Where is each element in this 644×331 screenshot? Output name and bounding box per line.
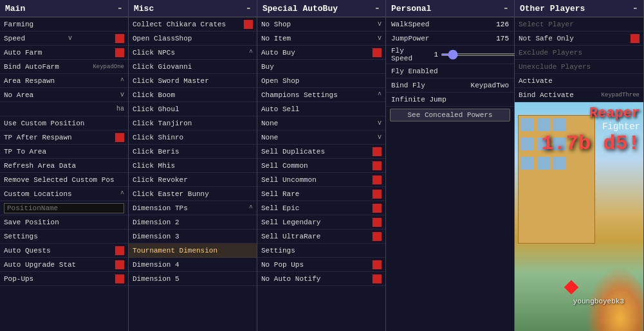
- custom-locations-btn[interactable]: Custom Locations^: [0, 187, 128, 201]
- sell-option2-btn[interactable]: Nonev: [257, 130, 385, 145]
- bind-activate-btn[interactable]: Bind ActivateKeypadThree: [515, 88, 643, 102]
- no-area-btn[interactable]: No Areav: [0, 88, 128, 102]
- flyspeed-slider-container: 1: [412, 51, 524, 58]
- click-tanjiron-btn[interactable]: Click Tanjiron: [129, 116, 257, 130]
- activate-btn[interactable]: Activate: [515, 74, 643, 88]
- flyspeed-slider[interactable]: [441, 53, 524, 56]
- sell-common-toggle[interactable]: [373, 161, 382, 170]
- fighter-label: Fighter: [541, 121, 640, 132]
- farming-btn[interactable]: Farming: [0, 17, 128, 31]
- speed-toggle[interactable]: [115, 34, 124, 43]
- tp-to-area-btn[interactable]: TP To Area: [0, 145, 128, 159]
- click-ghoul-btn[interactable]: Click Ghoul: [129, 102, 257, 116]
- remove-custom-pos-btn[interactable]: Remove Selected Custom Pos: [0, 173, 128, 187]
- sell-dup-toggle[interactable]: [373, 147, 382, 156]
- infinite-jump-row: Infinite Jump: [386, 93, 514, 107]
- open-classshop-btn[interactable]: Open ClassShop: [129, 31, 257, 46]
- popups-btn[interactable]: Pop-Ups: [0, 272, 128, 286]
- sell-uncommon-btn[interactable]: Sell Uncommon: [257, 173, 385, 187]
- auto-farm-btn[interactable]: Auto Farm: [0, 46, 128, 60]
- tournament-dimension-btn[interactable]: Tournament Dimension: [129, 244, 257, 258]
- click-revoker-btn[interactable]: Click Revoker: [129, 173, 257, 187]
- sell-ultrarare-btn[interactable]: Sell UltraRare: [257, 229, 385, 244]
- buy-btn[interactable]: Buy: [257, 60, 385, 74]
- special-panel-header: Special AutoBuy -: [257, 0, 385, 17]
- click-boom-btn[interactable]: Click Boom: [129, 88, 257, 102]
- diamond-icon: [564, 280, 579, 295]
- no-popups-toggle[interactable]: [373, 260, 382, 269]
- see-concealed-btn[interactable]: See Concealed Powers: [390, 109, 510, 121]
- misc-minimize[interactable]: -: [245, 3, 252, 14]
- flyspeed-label: Fly Speed: [391, 47, 412, 62]
- sell-epic-toggle[interactable]: [373, 204, 382, 213]
- reaper-label: Reaper: [541, 105, 640, 121]
- speed-btn[interactable]: Speedv: [0, 31, 128, 46]
- select-player-btn[interactable]: Select Player: [515, 17, 643, 31]
- tp-after-respawn-btn[interactable]: TP After Respawn: [0, 130, 128, 145]
- popups-toggle[interactable]: [115, 274, 124, 283]
- no-shop-btn[interactable]: No Shopv: [257, 17, 385, 31]
- settings-btn-special[interactable]: Settings: [257, 244, 385, 258]
- area-extra-btn[interactable]: ha: [0, 102, 128, 116]
- flyspeed-value: 1: [412, 51, 438, 58]
- dimension-5-btn[interactable]: Dimension 5: [129, 272, 257, 286]
- misc-title: Misc: [134, 4, 154, 13]
- special-minimize[interactable]: -: [374, 3, 380, 14]
- settings-btn-main[interactable]: Settings: [0, 229, 128, 244]
- position-name-input[interactable]: [4, 203, 124, 213]
- no-item-btn[interactable]: No Itemv: [257, 31, 385, 46]
- auto-buy-btn[interactable]: Auto Buy: [257, 46, 385, 60]
- personal-minimize[interactable]: -: [502, 3, 509, 14]
- unexclude-players-btn[interactable]: Unexclude Players: [515, 60, 643, 74]
- click-shinro-btn[interactable]: Click Shinro: [129, 130, 257, 145]
- collect-chikara-btn[interactable]: Collect Chikara Crates: [129, 17, 257, 31]
- click-mhis-btn[interactable]: Click Mhis: [129, 159, 257, 173]
- click-giovanni-btn[interactable]: Click Giovanni: [129, 60, 257, 74]
- not-safe-only-btn[interactable]: Not Safe Only: [515, 31, 643, 46]
- other-title: Other Players: [520, 4, 585, 13]
- click-beris-btn[interactable]: Click Beris: [129, 145, 257, 159]
- auto-quests-btn[interactable]: Auto Quests: [0, 244, 128, 258]
- sell-legendary-toggle[interactable]: [373, 218, 382, 227]
- save-position-btn[interactable]: Save Position: [0, 215, 128, 229]
- chikara-toggle[interactable]: [244, 20, 253, 29]
- champions-settings-btn[interactable]: Champions Settings^: [257, 88, 385, 102]
- auto-buy-toggle[interactable]: [373, 48, 382, 57]
- auto-farm-toggle[interactable]: [115, 48, 124, 57]
- auto-quests-toggle[interactable]: [115, 246, 124, 255]
- sell-uncommon-toggle[interactable]: [373, 175, 382, 184]
- dimension-2-btn[interactable]: Dimension 2: [129, 215, 257, 229]
- other-minimize[interactable]: -: [632, 3, 638, 14]
- click-npcs-btn[interactable]: Click NPCs^: [129, 46, 257, 60]
- fly-enabled-label: Fly Enabled: [391, 67, 509, 75]
- main-minimize[interactable]: -: [116, 3, 123, 14]
- open-shop-btn[interactable]: Open Shop: [257, 74, 385, 88]
- no-popups-btn[interactable]: No Pop Ups: [257, 258, 385, 272]
- sell-rare-btn[interactable]: Sell Rare: [257, 187, 385, 201]
- exclude-players-btn[interactable]: Exclude Players: [515, 46, 643, 60]
- sell-legendary-btn[interactable]: Sell Legendary: [257, 215, 385, 229]
- dimension-3-btn[interactable]: Dimension 3: [129, 229, 257, 244]
- auto-sell-btn[interactable]: Auto Sell: [257, 102, 385, 116]
- sell-epic-btn[interactable]: Sell Epic: [257, 201, 385, 215]
- refresh-area-btn[interactable]: Refresh Area Data: [0, 159, 128, 173]
- click-sword-master-btn[interactable]: Click Sword Master: [129, 74, 257, 88]
- area-respawn-btn[interactable]: Area Respawn^: [0, 74, 128, 88]
- personal-title: Personal: [391, 4, 431, 13]
- bind-autofarm-btn[interactable]: Bind AutoFarmKeypadOne: [0, 60, 128, 74]
- auto-upgrade-toggle[interactable]: [115, 260, 124, 269]
- sell-duplicates-btn[interactable]: Sell Duplicates: [257, 145, 385, 159]
- sell-rare-toggle[interactable]: [373, 190, 382, 199]
- dimension-4-btn[interactable]: Dimension 4: [129, 258, 257, 272]
- click-easter-bunny-btn[interactable]: Click Easter Bunny: [129, 187, 257, 201]
- not-safe-toggle[interactable]: [630, 34, 639, 43]
- no-auto-notify-btn[interactable]: No Auto Notify: [257, 272, 385, 286]
- dimension-tps-btn[interactable]: Dimension TPs^: [129, 201, 257, 215]
- sell-common-btn[interactable]: Sell Common: [257, 159, 385, 173]
- sell-option1-btn[interactable]: Nonev: [257, 116, 385, 130]
- auto-upgrade-btn[interactable]: Auto Upgrade Stat: [0, 258, 128, 272]
- sell-ultrarare-toggle[interactable]: [373, 232, 382, 241]
- use-custom-pos-btn[interactable]: Use Custom Position: [0, 116, 128, 130]
- no-notify-toggle[interactable]: [373, 274, 382, 283]
- tp-respawn-toggle[interactable]: [115, 133, 124, 142]
